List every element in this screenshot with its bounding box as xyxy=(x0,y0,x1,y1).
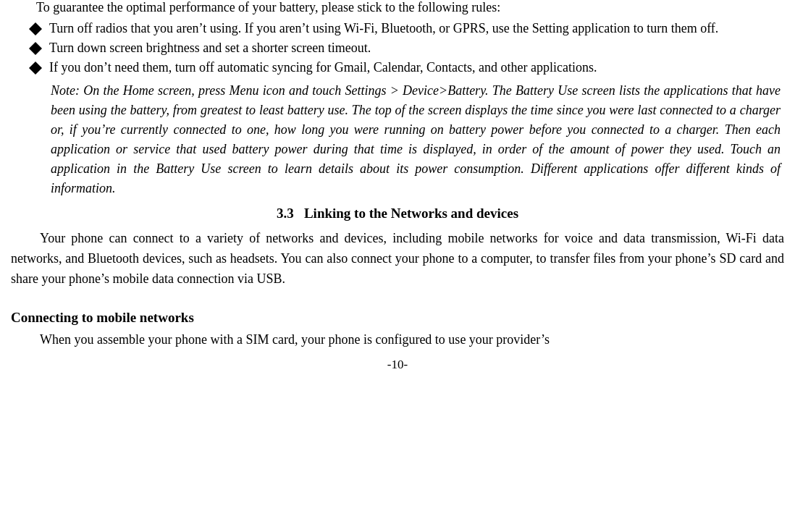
bullet-text-3: If you don’t need them, turn off automat… xyxy=(49,60,788,75)
bullet-diamond-icon xyxy=(29,62,42,75)
bullet-list: Turn off radios that you aren’t using. I… xyxy=(7,21,788,75)
intro-text: To guarantee the optimal performance of … xyxy=(7,0,788,15)
section-title: Linking to the Networks and devices xyxy=(304,206,518,221)
list-item: Turn off radios that you aren’t using. I… xyxy=(7,21,788,36)
note-block: Note: On the Home screen, press Menu ico… xyxy=(7,81,788,198)
list-item: Turn down screen brightness and set a sh… xyxy=(7,41,788,56)
note-text: Note: On the Home screen, press Menu ico… xyxy=(51,83,781,195)
bullet-text-1: Turn off radios that you aren’t using. I… xyxy=(49,21,788,36)
blank-line xyxy=(7,295,788,303)
bullet-diamond-icon xyxy=(29,22,42,35)
list-item: If you don’t need them, turn off automat… xyxy=(7,60,788,75)
section-number: 3.3 xyxy=(277,206,294,221)
bullet-text-2: Turn down screen brightness and set a sh… xyxy=(49,41,788,56)
section-heading: 3.3 Linking to the Networks and devices xyxy=(7,206,788,221)
page-container: To guarantee the optimal performance of … xyxy=(0,0,795,532)
body-paragraph: Your phone can connect to a variety of n… xyxy=(7,229,788,290)
connecting-paragraph: When you assemble your phone with a SIM … xyxy=(7,330,788,350)
subsection-heading: Connecting to mobile networks xyxy=(7,310,788,326)
page-number: -10- xyxy=(7,358,788,372)
bullet-diamond-icon xyxy=(29,42,42,55)
